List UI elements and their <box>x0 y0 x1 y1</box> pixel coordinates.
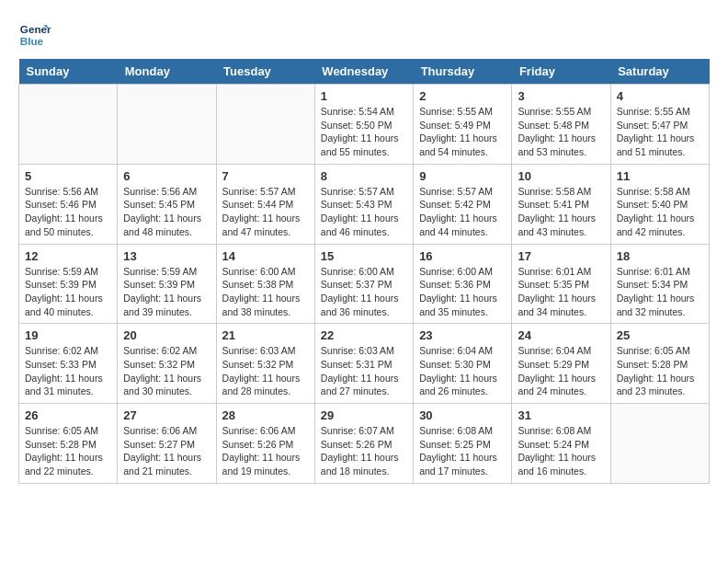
day-number: 9 <box>419 169 506 183</box>
day-info: Sunrise: 6:04 AM Sunset: 5:30 PM Dayligh… <box>419 344 506 398</box>
day-number: 23 <box>419 328 506 342</box>
day-info: Sunrise: 6:02 AM Sunset: 5:32 PM Dayligh… <box>123 344 210 398</box>
week-row-2: 5Sunrise: 5:56 AM Sunset: 5:46 PM Daylig… <box>19 164 710 244</box>
calendar-cell: 16Sunrise: 6:00 AM Sunset: 5:36 PM Dayli… <box>414 244 512 324</box>
calendar-cell: 24Sunrise: 6:04 AM Sunset: 5:29 PM Dayli… <box>512 324 610 404</box>
day-number: 20 <box>123 328 210 342</box>
day-number: 6 <box>123 169 210 183</box>
day-number: 18 <box>617 249 703 263</box>
day-info: Sunrise: 5:56 AM Sunset: 5:45 PM Dayligh… <box>123 185 210 239</box>
calendar-cell: 30Sunrise: 6:08 AM Sunset: 5:25 PM Dayli… <box>414 404 512 484</box>
col-header-sunday: Sunday <box>19 59 118 85</box>
day-info: Sunrise: 6:06 AM Sunset: 5:27 PM Dayligh… <box>123 424 210 478</box>
day-number: 2 <box>419 89 506 103</box>
calendar-cell: 29Sunrise: 6:07 AM Sunset: 5:26 PM Dayli… <box>314 404 413 484</box>
week-row-1: 1Sunrise: 5:54 AM Sunset: 5:50 PM Daylig… <box>19 85 710 165</box>
day-number: 4 <box>617 89 703 103</box>
calendar-cell: 3Sunrise: 5:55 AM Sunset: 5:48 PM Daylig… <box>512 85 610 165</box>
day-info: Sunrise: 5:55 AM Sunset: 5:47 PM Dayligh… <box>617 105 703 159</box>
calendar-cell: 2Sunrise: 5:55 AM Sunset: 5:49 PM Daylig… <box>414 85 512 165</box>
day-number: 30 <box>419 408 506 422</box>
week-row-5: 26Sunrise: 6:05 AM Sunset: 5:28 PM Dayli… <box>19 404 710 484</box>
day-number: 16 <box>419 249 506 263</box>
col-header-saturday: Saturday <box>610 59 709 85</box>
day-number: 13 <box>123 249 210 263</box>
day-info: Sunrise: 6:06 AM Sunset: 5:26 PM Dayligh… <box>222 424 309 478</box>
calendar-cell <box>216 85 314 165</box>
calendar-cell <box>118 85 216 165</box>
svg-text:General: General <box>20 23 51 35</box>
day-info: Sunrise: 5:54 AM Sunset: 5:50 PM Dayligh… <box>321 105 407 159</box>
day-number: 22 <box>321 328 407 342</box>
calendar-cell: 6Sunrise: 5:56 AM Sunset: 5:45 PM Daylig… <box>118 164 216 244</box>
day-info: Sunrise: 6:05 AM Sunset: 5:28 PM Dayligh… <box>25 424 111 478</box>
col-header-tuesday: Tuesday <box>216 59 314 85</box>
calendar-cell: 14Sunrise: 6:00 AM Sunset: 5:38 PM Dayli… <box>216 244 314 324</box>
day-number: 5 <box>25 169 111 183</box>
day-number: 26 <box>25 408 111 422</box>
calendar-cell: 10Sunrise: 5:58 AM Sunset: 5:41 PM Dayli… <box>512 164 610 244</box>
calendar-cell: 12Sunrise: 5:59 AM Sunset: 5:39 PM Dayli… <box>19 244 118 324</box>
calendar-cell <box>610 404 709 484</box>
calendar-cell: 22Sunrise: 6:03 AM Sunset: 5:31 PM Dayli… <box>314 324 413 404</box>
calendar-cell: 27Sunrise: 6:06 AM Sunset: 5:27 PM Dayli… <box>118 404 216 484</box>
day-info: Sunrise: 6:08 AM Sunset: 5:25 PM Dayligh… <box>419 424 506 478</box>
calendar-cell: 19Sunrise: 6:02 AM Sunset: 5:33 PM Dayli… <box>19 324 118 404</box>
day-info: Sunrise: 6:07 AM Sunset: 5:26 PM Dayligh… <box>321 424 407 478</box>
day-info: Sunrise: 5:57 AM Sunset: 5:43 PM Dayligh… <box>321 185 407 239</box>
calendar-cell: 26Sunrise: 6:05 AM Sunset: 5:28 PM Dayli… <box>19 404 118 484</box>
calendar-cell: 1Sunrise: 5:54 AM Sunset: 5:50 PM Daylig… <box>314 85 413 165</box>
top-area: General Blue <box>18 18 710 52</box>
logo-icon: General Blue <box>18 18 51 52</box>
day-number: 28 <box>222 408 309 422</box>
day-info: Sunrise: 6:00 AM Sunset: 5:38 PM Dayligh… <box>222 265 309 319</box>
day-number: 8 <box>321 169 407 183</box>
day-number: 27 <box>123 408 210 422</box>
day-info: Sunrise: 6:01 AM Sunset: 5:35 PM Dayligh… <box>518 265 604 319</box>
calendar-cell: 7Sunrise: 5:57 AM Sunset: 5:44 PM Daylig… <box>216 164 314 244</box>
day-info: Sunrise: 6:03 AM Sunset: 5:32 PM Dayligh… <box>222 344 309 398</box>
col-header-wednesday: Wednesday <box>314 59 413 85</box>
day-info: Sunrise: 6:02 AM Sunset: 5:33 PM Dayligh… <box>25 344 111 398</box>
day-number: 31 <box>518 408 604 422</box>
day-info: Sunrise: 6:03 AM Sunset: 5:31 PM Dayligh… <box>321 344 407 398</box>
day-number: 17 <box>518 249 604 263</box>
svg-text:Blue: Blue <box>20 35 44 47</box>
calendar-cell: 13Sunrise: 5:59 AM Sunset: 5:39 PM Dayli… <box>118 244 216 324</box>
calendar-cell <box>19 85 118 165</box>
day-info: Sunrise: 6:01 AM Sunset: 5:34 PM Dayligh… <box>617 265 703 319</box>
col-header-thursday: Thursday <box>414 59 512 85</box>
day-info: Sunrise: 6:00 AM Sunset: 5:36 PM Dayligh… <box>419 265 506 319</box>
day-info: Sunrise: 5:59 AM Sunset: 5:39 PM Dayligh… <box>123 265 210 319</box>
day-number: 3 <box>518 89 604 103</box>
calendar-cell: 11Sunrise: 5:58 AM Sunset: 5:40 PM Dayli… <box>610 164 709 244</box>
day-number: 10 <box>518 169 604 183</box>
day-info: Sunrise: 5:59 AM Sunset: 5:39 PM Dayligh… <box>25 265 111 319</box>
day-info: Sunrise: 6:04 AM Sunset: 5:29 PM Dayligh… <box>518 344 604 398</box>
calendar-table: SundayMondayTuesdayWednesdayThursdayFrid… <box>18 59 710 484</box>
calendar-cell: 20Sunrise: 6:02 AM Sunset: 5:32 PM Dayli… <box>118 324 216 404</box>
day-number: 21 <box>222 328 309 342</box>
calendar-cell: 28Sunrise: 6:06 AM Sunset: 5:26 PM Dayli… <box>216 404 314 484</box>
day-info: Sunrise: 5:58 AM Sunset: 5:40 PM Dayligh… <box>617 185 703 239</box>
calendar-cell: 21Sunrise: 6:03 AM Sunset: 5:32 PM Dayli… <box>216 324 314 404</box>
calendar-cell: 9Sunrise: 5:57 AM Sunset: 5:42 PM Daylig… <box>414 164 512 244</box>
day-number: 14 <box>222 249 309 263</box>
day-number: 25 <box>617 328 703 342</box>
day-info: Sunrise: 5:58 AM Sunset: 5:41 PM Dayligh… <box>518 185 604 239</box>
day-info: Sunrise: 5:55 AM Sunset: 5:49 PM Dayligh… <box>419 105 506 159</box>
calendar-cell: 5Sunrise: 5:56 AM Sunset: 5:46 PM Daylig… <box>19 164 118 244</box>
day-info: Sunrise: 5:57 AM Sunset: 5:44 PM Dayligh… <box>222 185 309 239</box>
calendar-cell: 18Sunrise: 6:01 AM Sunset: 5:34 PM Dayli… <box>610 244 709 324</box>
day-info: Sunrise: 6:05 AM Sunset: 5:28 PM Dayligh… <box>617 344 703 398</box>
calendar-header-row: SundayMondayTuesdayWednesdayThursdayFrid… <box>19 59 710 85</box>
day-info: Sunrise: 6:00 AM Sunset: 5:37 PM Dayligh… <box>321 265 407 319</box>
day-number: 24 <box>518 328 604 342</box>
col-header-monday: Monday <box>118 59 216 85</box>
day-number: 19 <box>25 328 111 342</box>
day-number: 15 <box>321 249 407 263</box>
week-row-3: 12Sunrise: 5:59 AM Sunset: 5:39 PM Dayli… <box>19 244 710 324</box>
calendar-cell: 17Sunrise: 6:01 AM Sunset: 5:35 PM Dayli… <box>512 244 610 324</box>
day-info: Sunrise: 5:57 AM Sunset: 5:42 PM Dayligh… <box>419 185 506 239</box>
day-info: Sunrise: 5:55 AM Sunset: 5:48 PM Dayligh… <box>518 105 604 159</box>
